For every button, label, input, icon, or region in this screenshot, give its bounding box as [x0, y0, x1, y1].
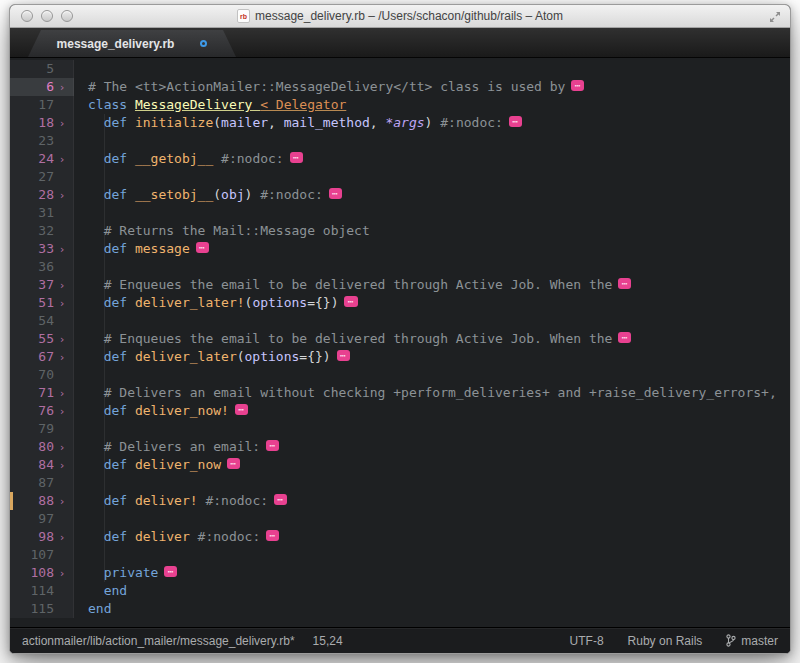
code-text[interactable]: end [74, 600, 790, 618]
code-text[interactable]: def deliver #:nodoc:⋯ [74, 528, 790, 546]
line-number-cell[interactable]: 76› [10, 402, 74, 420]
code-line[interactable]: 32 # Returns the Mail::Message object [10, 222, 790, 240]
fold-arrow-icon[interactable]: › [54, 187, 70, 205]
fold-arrow-icon[interactable]: › [54, 493, 70, 511]
line-number-cell[interactable]: 84› [10, 456, 74, 474]
title-bar[interactable]: rb message_delivery.rb – /Users/schacon/… [10, 5, 790, 28]
code-text[interactable] [74, 168, 790, 186]
code-line[interactable]: 70 [10, 366, 790, 384]
fold-arrow-icon[interactable]: › [54, 403, 70, 421]
code-line[interactable]: 33› def message⋯ [10, 240, 790, 258]
line-number[interactable]: 36 [10, 258, 54, 276]
code-text[interactable]: # The <tt>ActionMailer::MessageDelivery<… [74, 78, 790, 96]
code-line[interactable]: 36 [10, 258, 790, 276]
line-number-cell[interactable]: 5 [10, 60, 74, 78]
line-number-cell[interactable]: 79 [10, 420, 74, 438]
code-line[interactable]: 18› def initialize(mailer, mail_method, … [10, 114, 790, 132]
fold-arrow-icon[interactable]: › [54, 349, 70, 367]
code-line[interactable]: 67› def deliver_later(options={})⋯ [10, 348, 790, 366]
fold-arrow-icon[interactable]: › [54, 151, 70, 169]
code-line[interactable]: 6›# The <tt>ActionMailer::MessageDeliver… [10, 78, 790, 96]
line-number[interactable]: 87 [10, 474, 54, 492]
line-number-cell[interactable]: 36 [10, 258, 74, 276]
file-path[interactable]: actionmailer/lib/action_mailer/message_d… [22, 634, 295, 648]
line-number-cell[interactable]: 115 [10, 600, 74, 618]
code-text[interactable]: class MessageDelivery < Delegator [74, 96, 790, 114]
line-number[interactable]: 31 [10, 204, 54, 222]
code-line[interactable]: 17class MessageDelivery < Delegator [10, 96, 790, 114]
line-number[interactable]: 18 [10, 114, 54, 132]
line-number[interactable]: 71 [10, 384, 54, 402]
fold-arrow-icon[interactable]: › [54, 565, 70, 583]
editor-pane[interactable]: 56›# The <tt>ActionMailer::MessageDelive… [10, 58, 790, 627]
line-number[interactable]: 55 [10, 330, 54, 348]
code-line[interactable]: 55› # Enqueues the email to be delivered… [10, 330, 790, 348]
encoding-selector[interactable]: UTF-8 [570, 634, 604, 648]
line-number[interactable]: 23 [10, 132, 54, 150]
fold-arrow-icon[interactable]: › [54, 295, 70, 313]
code-text[interactable] [74, 420, 790, 438]
code-line[interactable]: 51› def deliver_later!(options={})⋯ [10, 294, 790, 312]
line-number-cell[interactable]: 80› [10, 438, 74, 456]
line-number-cell[interactable]: 98› [10, 528, 74, 546]
fold-arrow-icon[interactable]: › [54, 457, 70, 475]
grammar-selector[interactable]: Ruby on Rails [628, 634, 703, 648]
line-number[interactable]: 37 [10, 276, 54, 294]
line-number-cell[interactable]: 88› [10, 492, 74, 510]
line-number[interactable]: 114 [10, 582, 54, 600]
line-number[interactable]: 108 [10, 564, 54, 582]
line-number-cell[interactable]: 87 [10, 474, 74, 492]
fold-arrow-icon[interactable]: › [54, 331, 70, 349]
line-number-cell[interactable]: 17 [10, 96, 74, 114]
code-text[interactable]: def deliver_now⋯ [74, 456, 790, 474]
line-number[interactable]: 107 [10, 546, 54, 564]
fold-ellipsis-icon[interactable]: ⋯ [509, 116, 522, 127]
line-number[interactable]: 79 [10, 420, 54, 438]
code-text[interactable]: def deliver_later(options={})⋯ [74, 348, 790, 366]
zoom-button[interactable] [61, 10, 73, 22]
code-text[interactable] [74, 366, 790, 384]
fold-ellipsis-icon[interactable]: ⋯ [266, 530, 279, 541]
minimize-button[interactable] [41, 10, 53, 22]
line-number[interactable]: 98 [10, 528, 54, 546]
code-text[interactable]: def deliver_later!(options={})⋯ [74, 294, 790, 312]
fold-ellipsis-icon[interactable]: ⋯ [290, 152, 303, 163]
fullscreen-icon[interactable] [768, 10, 782, 24]
code-line[interactable]: 54 [10, 312, 790, 330]
line-number-cell[interactable]: 54 [10, 312, 74, 330]
line-number-cell[interactable]: 107 [10, 546, 74, 564]
code-text[interactable]: def __getobj__ #:nodoc:⋯ [74, 150, 790, 168]
code-line[interactable]: 108› private⋯ [10, 564, 790, 582]
code-line[interactable]: 31 [10, 204, 790, 222]
line-number-cell[interactable]: 23 [10, 132, 74, 150]
code-text[interactable]: # Returns the Mail::Message object [74, 222, 790, 240]
line-number[interactable]: 28 [10, 186, 54, 204]
code-text[interactable] [74, 60, 790, 78]
code-text[interactable] [74, 546, 790, 564]
line-number[interactable]: 6 [10, 78, 54, 96]
code-text[interactable]: # Enqueues the email to be delivered thr… [74, 276, 790, 294]
code-line[interactable]: 80› # Delivers an email:⋯ [10, 438, 790, 456]
line-number-cell[interactable]: 27 [10, 168, 74, 186]
line-number[interactable]: 80 [10, 438, 54, 456]
line-number[interactable]: 84 [10, 456, 54, 474]
line-number-cell[interactable]: 108› [10, 564, 74, 582]
line-number-cell[interactable]: 32 [10, 222, 74, 240]
code-line[interactable]: 84› def deliver_now⋯ [10, 456, 790, 474]
code-text[interactable] [74, 312, 790, 330]
line-number-cell[interactable]: 97 [10, 510, 74, 528]
code-text[interactable]: def deliver! #:nodoc:⋯ [74, 492, 790, 510]
code-line[interactable]: 28› def __setobj__(obj) #:nodoc:⋯ [10, 186, 790, 204]
fold-arrow-icon[interactable]: › [54, 277, 70, 295]
fold-arrow-icon[interactable]: › [54, 115, 70, 133]
fold-ellipsis-icon[interactable]: ⋯ [618, 278, 631, 289]
code-line[interactable]: 37› # Enqueues the email to be delivered… [10, 276, 790, 294]
line-number-cell[interactable]: 31 [10, 204, 74, 222]
line-number[interactable]: 5 [10, 60, 54, 78]
code-text[interactable]: # Delivers an email without checking +pe… [74, 384, 790, 402]
code-line[interactable]: 71› # Delivers an email without checking… [10, 384, 790, 402]
fold-ellipsis-icon[interactable]: ⋯ [571, 80, 584, 91]
fold-arrow-icon[interactable]: › [54, 385, 70, 403]
line-number[interactable]: 32 [10, 222, 54, 240]
line-number[interactable]: 97 [10, 510, 54, 528]
